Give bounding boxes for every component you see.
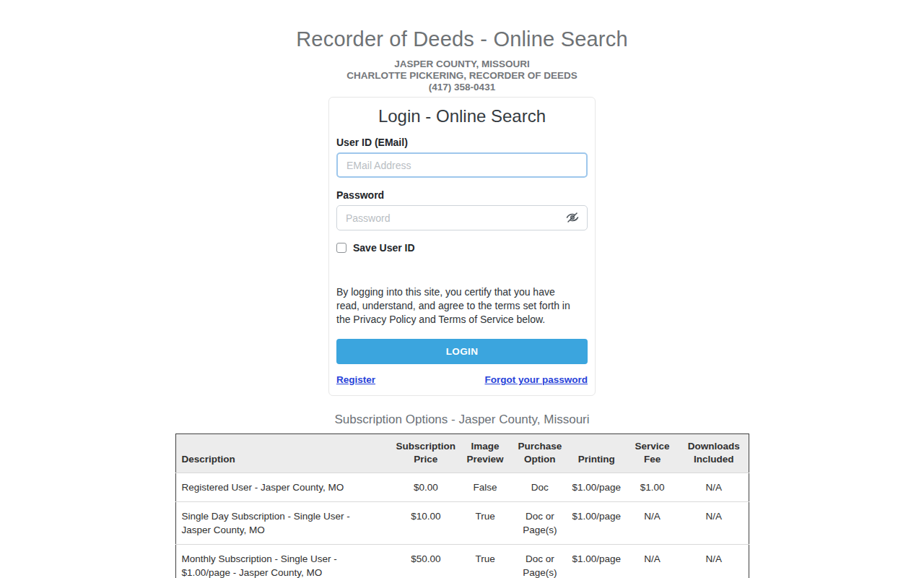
cell-service-fee: $1.00	[625, 473, 679, 502]
subtitle-county: JASPER COUNTY, MISSOURI	[0, 59, 924, 70]
cell-image-preview: True	[458, 502, 512, 545]
login-heading: Login - Online Search	[333, 106, 591, 126]
login-card: Login - Online Search User ID (EMail) Pa…	[328, 97, 596, 396]
cell-description: Registered User - Jasper County, MO	[175, 473, 393, 502]
cell-subscription-price: $0.00	[393, 473, 459, 502]
page-subtitle: JASPER COUNTY, MISSOURI CHARLOTTE PICKER…	[0, 59, 924, 93]
cell-subscription-price: $10.00	[393, 502, 459, 545]
page-header: Recorder of Deeds - Online Search JASPER…	[0, 27, 924, 93]
password-label: Password	[336, 189, 591, 201]
cell-printing: $1.00/page	[567, 545, 625, 578]
column-header-downloads-included: Downloads Included	[679, 434, 749, 473]
cell-downloads-included: N/A	[679, 473, 749, 502]
save-user-id-checkbox[interactable]	[336, 243, 346, 253]
subtitle-recorder: CHARLOTTE PICKERING, RECORDER OF DEEDS	[0, 70, 924, 82]
subscription-table-header: Description Subscription Price Image Pre…	[175, 434, 749, 473]
cell-description: Monthly Subscription - Single User - $1.…	[175, 545, 393, 578]
cell-purchase-option: Doc	[512, 473, 567, 502]
page-title: Recorder of Deeds - Online Search	[0, 27, 924, 51]
subtitle-phone: (417) 358-0431	[0, 82, 924, 93]
column-header-description: Description	[175, 434, 393, 473]
column-header-image-preview: Image Preview	[458, 434, 512, 473]
cell-description: Single Day Subscription - Single User - …	[175, 502, 393, 545]
table-row: Single Day Subscription - Single User - …	[175, 502, 749, 545]
column-header-printing: Printing	[567, 434, 625, 473]
eye-slash-icon	[565, 211, 580, 226]
cell-printing: $1.00/page	[567, 502, 625, 545]
column-header-subscription-price: Subscription Price	[393, 434, 459, 473]
cell-subscription-price: $50.00	[393, 545, 459, 578]
cell-purchase-option: Doc or Page(s)	[512, 545, 567, 578]
cell-image-preview: True	[458, 545, 512, 578]
table-row: Registered User - Jasper County, MO $0.0…	[175, 473, 749, 502]
table-row: Monthly Subscription - Single User - $1.…	[175, 545, 749, 578]
password-visibility-toggle[interactable]	[565, 211, 580, 225]
email-input[interactable]	[336, 152, 588, 178]
cell-downloads-included: N/A	[679, 502, 749, 545]
login-button[interactable]: LOGIN	[336, 339, 588, 364]
cell-purchase-option: Doc or Page(s)	[512, 502, 567, 545]
forgot-password-link[interactable]: Forgot your password	[484, 374, 588, 385]
cell-downloads-included: N/A	[679, 545, 749, 578]
user-id-label: User ID (EMail)	[336, 137, 591, 148]
register-link[interactable]: Register	[336, 374, 375, 385]
cell-service-fee: N/A	[625, 545, 679, 578]
subscription-title: Subscription Options - Jasper County, Mi…	[0, 413, 924, 427]
column-header-purchase-option: Purchase Option	[512, 434, 567, 473]
login-disclaimer: By logging into this site, you certify t…	[336, 285, 579, 327]
password-input[interactable]	[336, 205, 588, 230]
save-user-id-label: Save User ID	[353, 242, 415, 254]
cell-image-preview: False	[458, 473, 512, 502]
cell-service-fee: N/A	[625, 502, 679, 545]
cell-printing: $1.00/page	[567, 473, 625, 502]
column-header-service-fee: Service Fee	[625, 434, 679, 473]
subscription-table: Description Subscription Price Image Pre…	[175, 434, 749, 578]
